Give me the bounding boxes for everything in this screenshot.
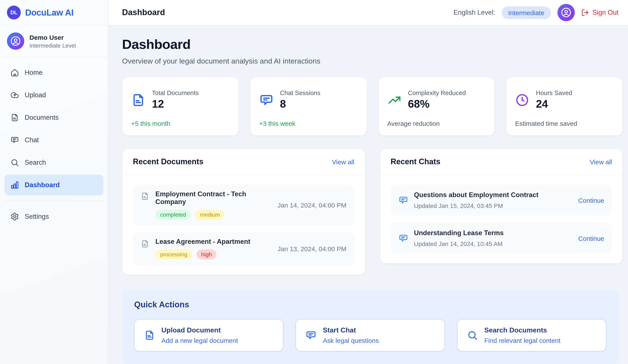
top-bar-title: Dashboard: [122, 8, 165, 17]
stat-card-hours-saved: Hours Saved 24 Estimated time saved: [506, 77, 623, 136]
gear-icon: [10, 212, 19, 221]
status-badge: processing: [155, 249, 192, 259]
document-name: Employment Contract - Tech Company: [155, 190, 271, 206]
status-badge: completed: [155, 210, 191, 220]
recent-chats-panel: Recent Chats View all Questions about Em…: [380, 149, 623, 264]
quick-actions-title: Quick Actions: [134, 300, 606, 309]
sidebar-item-label: Home: [25, 69, 43, 76]
stat-label: Hours Saved: [536, 89, 572, 96]
trending-up-icon: [387, 93, 401, 107]
user-icon: [10, 36, 21, 46]
user-icon: [561, 7, 571, 18]
sidebar-item-chat[interactable]: Chat: [4, 130, 103, 150]
sidebar-item-label: Chat: [25, 136, 39, 144]
cloud-upload-icon: [10, 91, 19, 99]
sidebar-item-label: Settings: [25, 213, 49, 221]
continue-chat-link[interactable]: Continue: [578, 196, 604, 204]
sign-out-label: Sign Out: [592, 9, 619, 16]
sidebar-item-search[interactable]: Search: [4, 152, 103, 173]
stat-label: Total Documents: [152, 89, 199, 96]
user-avatar: [7, 32, 24, 50]
stat-note: Average reduction: [387, 120, 486, 127]
search-icon: [467, 330, 478, 341]
user-name: Demo User: [29, 34, 76, 41]
stat-value: 8: [280, 98, 320, 110]
dashboard-content: Dashboard Overview of your legal documen…: [108, 25, 628, 364]
document-date: Jan 14, 2024, 04:00 PM: [277, 201, 346, 209]
stat-label: Complexity Reduced: [408, 89, 466, 96]
stat-card-chat-sessions: Chat Sessions 8 +3 this week: [250, 77, 367, 136]
chat-updated: Updated Jan 15, 2024, 03:45 PM: [414, 202, 572, 209]
page-subtitle: Overview of your legal document analysis…: [122, 57, 623, 66]
document-name: Lease Agreement - Apartment: [155, 238, 271, 245]
file-icon: [141, 240, 149, 248]
bar-chart-icon: [10, 181, 19, 189]
chat-row[interactable]: Questions about Employment Contract Upda…: [391, 184, 612, 216]
sidebar-item-documents[interactable]: Documents: [4, 107, 103, 128]
recent-chats-view-all-link[interactable]: View all: [590, 158, 612, 166]
sidebar-nav: Home Upload Documents Chat Search Dashbo…: [0, 57, 108, 229]
english-level-badge[interactable]: Intermediate: [502, 6, 551, 19]
recent-documents-title: Recent Documents: [133, 157, 203, 166]
user-level: Intermediate Level: [29, 42, 76, 49]
stat-value: 68%: [408, 98, 466, 110]
file-icon: [144, 330, 155, 341]
stat-value: 24: [536, 98, 572, 110]
sign-out-button[interactable]: Sign Out: [581, 9, 619, 16]
sidebar-divider: [4, 201, 103, 201]
quick-action-title: Search Documents: [484, 326, 560, 334]
chat-bubble-icon: [398, 195, 408, 205]
continue-chat-link[interactable]: Continue: [578, 235, 604, 242]
page-title: Dashboard: [122, 37, 623, 52]
chat-bubble-icon: [259, 93, 274, 107]
stat-card-total-documents: Total Documents 12 +5 this month: [122, 77, 239, 136]
complexity-badge: high: [196, 249, 217, 259]
sidebar-item-label: Search: [25, 159, 46, 166]
recent-documents-view-all-link[interactable]: View all: [332, 158, 354, 166]
quick-action-search-documents[interactable]: Search Documents Find relevant legal con…: [457, 319, 606, 352]
recent-chats-title: Recent Chats: [391, 157, 440, 166]
chat-name: Understanding Lease Terms: [414, 229, 572, 237]
brand-logo[interactable]: DL DocuLaw AI: [0, 0, 108, 25]
stat-card-complexity-reduced: Complexity Reduced 68% Average reduction: [378, 77, 495, 136]
search-icon: [10, 158, 19, 167]
chat-bubble-icon: [10, 136, 19, 144]
english-level-label: English Level:: [454, 9, 495, 16]
chat-updated: Updated Jan 14, 2024, 10:45 AM: [414, 240, 572, 247]
quick-actions-panel: Quick Actions Upload Document Add a new …: [122, 290, 619, 364]
quick-action-start-chat[interactable]: Start Chat Ask legal questions: [296, 319, 445, 352]
chat-bubble-icon: [398, 234, 408, 243]
quick-action-subtitle: Ask legal questions: [323, 337, 379, 344]
chat-row[interactable]: Understanding Lease Terms Updated Jan 14…: [391, 223, 612, 254]
sidebar-item-home[interactable]: Home: [4, 62, 103, 83]
user-profile: Demo User Intermediate Level: [0, 25, 108, 57]
document-row[interactable]: Employment Contract - Tech Company compl…: [133, 184, 354, 225]
complexity-badge: medium: [195, 210, 225, 220]
document-row[interactable]: Lease Agreement - Apartment processing h…: [133, 232, 354, 265]
clock-icon: [515, 93, 530, 107]
chat-bubble-icon: [306, 330, 316, 341]
sidebar-item-upload[interactable]: Upload: [4, 85, 103, 106]
profile-avatar-button[interactable]: [557, 4, 575, 21]
brand-logo-badge: DL: [7, 6, 21, 19]
quick-action-title: Upload Document: [161, 326, 238, 334]
quick-action-subtitle: Add a new legal document: [161, 337, 238, 344]
sidebar-item-settings[interactable]: Settings: [4, 206, 103, 227]
document-date: Jan 13, 2024, 04:00 PM: [277, 245, 346, 252]
stat-note: +3 this week: [259, 120, 358, 127]
sidebar-item-label: Upload: [25, 91, 46, 99]
file-icon: [10, 113, 19, 122]
home-icon: [10, 68, 19, 77]
sidebar-item-dashboard[interactable]: Dashboard: [4, 175, 103, 195]
stat-label: Chat Sessions: [280, 89, 320, 96]
sidebar-item-label: Documents: [25, 114, 59, 121]
recent-documents-panel: Recent Documents View all Employment Con…: [122, 149, 365, 275]
log-out-icon: [581, 9, 589, 16]
quick-action-upload-document[interactable]: Upload Document Add a new legal document: [134, 319, 284, 352]
stat-note: +5 this month: [131, 120, 230, 127]
brand-name: DocuLaw AI: [25, 7, 73, 17]
file-icon: [131, 93, 146, 107]
quick-action-subtitle: Find relevant legal content: [484, 337, 560, 344]
quick-action-title: Start Chat: [323, 326, 379, 334]
stat-note: Estimated time saved: [515, 120, 614, 127]
